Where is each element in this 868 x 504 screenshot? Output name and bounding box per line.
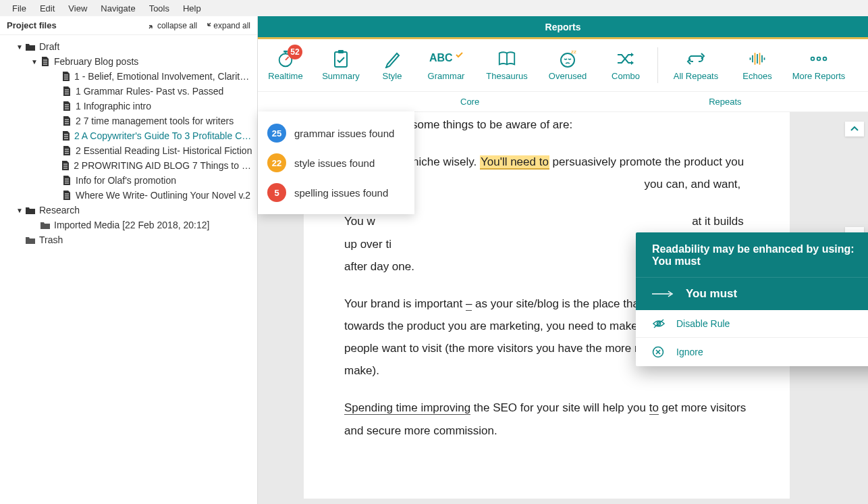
- book-icon: [497, 49, 516, 68]
- tree-folder-trash[interactable]: ▸ Trash: [0, 232, 257, 247]
- issue-count-badge: 25: [267, 124, 286, 143]
- svg-text:zz: zz: [571, 49, 576, 55]
- apply-suggestion-label: You must: [686, 287, 737, 301]
- tools-bar: Realtime 52 Summary Style ABC Grammar Th…: [258, 39, 868, 92]
- tool-label: Echoes: [742, 71, 771, 81]
- highlighted-suggestion[interactable]: You'll need to: [480, 155, 549, 170]
- document-icon: [61, 101, 73, 111]
- sidebar-header: Project files collapse all expand all: [0, 16, 257, 35]
- menu-file[interactable]: File: [5, 2, 33, 15]
- svg-point-8: [561, 53, 574, 67]
- tree-label: Draft: [39, 41, 59, 52]
- document-icon: [61, 145, 73, 156]
- tree-file[interactable]: ▸2 Essential Reading List- Historical Fi…: [0, 143, 257, 158]
- menubar: File Edit View Navigate Tools Help: [0, 0, 868, 16]
- shuffle-icon: [616, 49, 635, 68]
- editor-text: You w: [344, 215, 375, 228]
- tool-overused[interactable]: zz Overused: [537, 39, 598, 91]
- svg-text:ABC: ABC: [429, 52, 453, 64]
- project-tree: ▼ Draft ▼ February Blog posts ▸1 - Belie…: [0, 35, 257, 251]
- eye-off-icon: [652, 318, 668, 329]
- tool-realtime[interactable]: Realtime 52: [258, 39, 313, 91]
- issue-row-grammar[interactable]: 25 grammar issues found: [258, 118, 414, 148]
- underlined-text[interactable]: to: [649, 401, 659, 415]
- subtab-repeats[interactable]: Repeats: [709, 97, 741, 107]
- tree-file-selected[interactable]: ▸2 A Copywriter's Guide To 3 Profitable …: [0, 128, 257, 143]
- tool-style[interactable]: Style: [369, 39, 416, 91]
- menu-help[interactable]: Help: [176, 2, 208, 15]
- tree-label: 1 Infographic intro: [76, 101, 151, 111]
- suggestion-title: Readability may be enhanced by using:: [652, 243, 868, 255]
- svg-point-19: [823, 57, 827, 61]
- underlined-text[interactable]: Spending time improving: [344, 401, 470, 415]
- tree-folder-imported[interactable]: ▸ Imported Media [22 Feb 2018, 20:12]: [0, 218, 257, 232]
- arrow-right-long-icon: [652, 291, 674, 297]
- tree-file[interactable]: ▸2 7 time management tools for writers: [0, 114, 257, 128]
- more-dots-icon: [809, 49, 828, 68]
- tool-echoes[interactable]: Echoes: [730, 39, 785, 91]
- tool-label: More Reports: [792, 71, 846, 81]
- document-icon: [60, 130, 72, 141]
- tree-file[interactable]: ▸1 Grammar Rules- Past vs. Passed: [0, 84, 257, 99]
- issue-label: grammar issues found: [294, 128, 394, 139]
- issue-row-spelling[interactable]: 5 spelling issues found: [258, 178, 414, 207]
- tree-label: Trash: [39, 234, 63, 245]
- document-icon: [61, 86, 73, 97]
- apply-suggestion-button[interactable]: You must: [636, 277, 868, 310]
- disable-rule-button[interactable]: Disable Rule: [636, 310, 868, 337]
- folder-icon: [39, 220, 51, 230]
- svg-line-3: [286, 57, 289, 60]
- menu-navigate[interactable]: Navigate: [94, 2, 142, 15]
- tool-thesaurus[interactable]: Thesaurus: [477, 39, 537, 91]
- scroll-up-button[interactable]: [845, 122, 864, 136]
- folder-open-icon: [24, 205, 36, 215]
- tree-label: 1 - Belief, Emotional Involvement, Clari…: [74, 71, 253, 82]
- collapse-all-button[interactable]: collapse all: [148, 21, 197, 30]
- tool-label: Thesaurus: [486, 71, 527, 81]
- realtime-badge: 52: [288, 45, 302, 59]
- tool-label: All Repeats: [674, 71, 718, 81]
- pencil-icon: [383, 49, 402, 68]
- underlined-text[interactable]: –: [466, 297, 472, 311]
- tree-label: 2 Essential Reading List- Historical Fic…: [76, 145, 252, 156]
- issue-label: spelling issues found: [294, 187, 388, 199]
- document-icon: [60, 160, 71, 171]
- tool-label: Summary: [322, 71, 360, 81]
- tree-label: Research: [39, 205, 80, 216]
- tool-morereports[interactable]: More Reports: [785, 39, 852, 91]
- expand-all-button[interactable]: expand all: [204, 21, 250, 30]
- tree-folder-research[interactable]: ▼ Research: [0, 203, 257, 218]
- tree-file[interactable]: ▸Where We Write- Outlining Your Novel v.…: [0, 188, 257, 203]
- sleepy-face-icon: zz: [558, 49, 577, 68]
- menu-view[interactable]: View: [61, 2, 94, 15]
- tool-allrepeats[interactable]: All Repeats: [662, 39, 730, 91]
- tree-label: 1 Grammar Rules- Past vs. Passed: [76, 86, 223, 97]
- folder-icon: [24, 235, 36, 245]
- tree-file[interactable]: ▸1 - Belief, Emotional Involvement, Clar…: [0, 69, 257, 84]
- tree-folder-feb[interactable]: ▼ February Blog posts: [0, 54, 257, 69]
- issue-row-style[interactable]: 22 style issues found: [258, 148, 414, 178]
- tool-summary[interactable]: Summary: [313, 39, 369, 91]
- tree-file[interactable]: ▸2 PROWRITING AID BLOG 7 Things to Maste…: [0, 158, 257, 173]
- tree-label: 2 A Copywriter's Guide To 3 Profitable C…: [74, 130, 253, 141]
- tool-label: Grammar: [428, 71, 465, 81]
- tree-file[interactable]: ▸1 Infographic intro: [0, 99, 257, 114]
- menu-tools[interactable]: Tools: [142, 2, 176, 15]
- tree-folder-draft[interactable]: ▼ Draft: [0, 39, 257, 54]
- tool-combo[interactable]: Combo: [598, 39, 653, 91]
- tool-label: Overused: [549, 71, 587, 81]
- realtime-issues-dropdown: 25 grammar issues found 22 style issues …: [258, 111, 414, 214]
- tree-file[interactable]: ▸Info for Olaf's promotion: [0, 173, 257, 188]
- menu-edit[interactable]: Edit: [33, 2, 61, 15]
- ignore-button[interactable]: Ignore: [636, 337, 868, 366]
- svg-rect-4: [335, 52, 347, 67]
- sidebar: Project files collapse all expand all ▼ …: [0, 16, 258, 504]
- issue-label: style issues found: [294, 157, 375, 169]
- tool-grammar[interactable]: ABC Grammar: [416, 39, 477, 91]
- tool-label: Style: [383, 71, 402, 81]
- subtab-core[interactable]: Core: [460, 97, 479, 107]
- svg-rect-5: [338, 50, 344, 53]
- toolbar-separator: [657, 47, 658, 83]
- document-icon: [39, 56, 51, 67]
- document-icon: [60, 71, 72, 82]
